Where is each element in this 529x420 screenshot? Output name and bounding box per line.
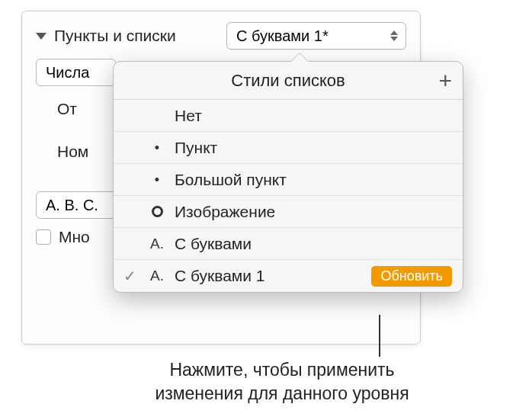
letter-marker: A. xyxy=(147,268,167,284)
callout-line1: Нажмите, чтобы применить xyxy=(169,360,394,380)
list-styles-popover: Стили списков + Нет • Пункт • Большой пу… xyxy=(113,61,463,293)
list-item[interactable]: Изображение xyxy=(114,196,463,228)
list-item[interactable]: • Большой пункт xyxy=(114,164,463,196)
tiered-checkbox-label: Мно xyxy=(59,228,90,246)
bullets-lists-row: Пункты и списки С буквами 1* xyxy=(36,22,406,50)
list-item-selected[interactable]: ✓ A. С буквами 1 Обновить xyxy=(114,260,463,292)
list-item[interactable]: • Пункт xyxy=(114,132,463,164)
list-item-label: С буквами 1 xyxy=(175,267,364,285)
update-button[interactable]: Обновить xyxy=(371,266,452,287)
list-style-dropdown[interactable]: С буквами 1* xyxy=(226,22,406,50)
image-bullet-icon xyxy=(147,206,167,217)
callout-text: Нажмите, чтобы применить изменения для д… xyxy=(84,358,480,406)
list-item-label: Большой пункт xyxy=(175,171,452,189)
checkmark-icon: ✓ xyxy=(120,267,139,285)
numbers-dropdown-value: Числа xyxy=(46,64,89,82)
popover-list: Нет • Пункт • Большой пункт Изображение … xyxy=(114,100,463,292)
popover-header: Стили списков + xyxy=(114,62,463,100)
popover-title: Стили списков xyxy=(231,71,345,91)
disclosure-triangle-icon[interactable] xyxy=(36,33,46,40)
list-item-label: Пункт xyxy=(175,139,452,157)
tiered-checkbox[interactable] xyxy=(36,229,51,245)
list-item-label: Нет xyxy=(175,107,452,125)
list-item-label: С буквами xyxy=(175,235,452,253)
bullets-lists-label: Пункты и списки xyxy=(54,27,219,45)
list-style-dropdown-value: С буквами 1* xyxy=(236,27,329,45)
format-preview-value: A. B. C. xyxy=(46,197,98,214)
list-item[interactable]: Нет xyxy=(114,100,463,132)
list-item[interactable]: A. С буквами xyxy=(114,228,463,260)
callout-line2: изменения для данного уровня xyxy=(155,383,409,403)
bullet-icon: • xyxy=(147,141,167,155)
callout-leader-line xyxy=(379,315,380,357)
list-item-label: Изображение xyxy=(175,203,452,221)
numbers-dropdown[interactable]: Числа xyxy=(36,59,116,86)
add-style-button[interactable]: + xyxy=(438,69,452,92)
chevron-updown-icon xyxy=(390,30,398,41)
letter-marker: A. xyxy=(147,236,167,252)
bullet-icon: • xyxy=(147,173,167,187)
